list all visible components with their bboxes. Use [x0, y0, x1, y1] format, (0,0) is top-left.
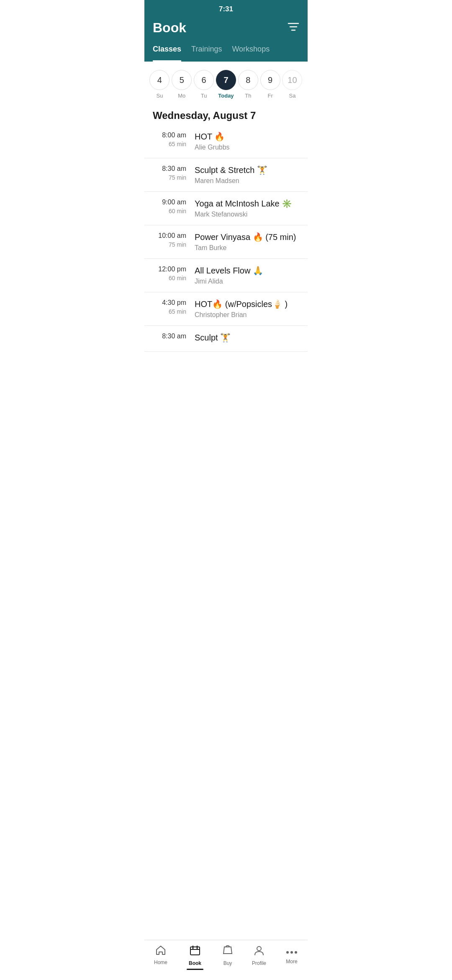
tab-bar: Classes Trainings Workshops [144, 41, 308, 62]
calendar-day-5[interactable]: 5 Mo [172, 70, 192, 99]
class-item-5[interactable]: 4:30 pm 65 min HOT🔥 (w/Popsicles🍦 ) Chri… [144, 292, 308, 326]
filter-icon[interactable] [288, 22, 299, 39]
day-label-7: Today [218, 93, 234, 99]
class-item-3[interactable]: 10:00 am 75 min Power Vinyasa 🔥 (75 min)… [144, 225, 308, 259]
tab-workshops[interactable]: Workshops [232, 41, 270, 62]
day-number-6: 6 [194, 70, 214, 90]
header: Book [144, 17, 308, 41]
main-content: 4 Su 5 Mo 6 Tu 7 Today 8 Th 9 Fr 10 Sa W… [144, 62, 308, 394]
day-label-8: Th [245, 93, 251, 99]
class-info-1: Sculpt & Stretch 🏋 Maren Madsen [195, 165, 299, 185]
calendar-day-7[interactable]: 7 Today [216, 70, 236, 99]
day-label-10: Sa [289, 93, 296, 99]
class-time-3: 10:00 am 75 min [153, 232, 195, 248]
class-info-6: Sculpt 🏋 [195, 333, 299, 345]
day-number-10: 10 [282, 70, 302, 90]
class-info-2: Yoga at McIntosh Lake ✳️ Mark Stefanowsk… [195, 199, 299, 218]
class-item-6[interactable]: 8:30 am Sculpt 🏋 [144, 326, 308, 352]
day-label-4: Su [156, 93, 163, 99]
day-label-6: Tu [201, 93, 207, 99]
class-item-0[interactable]: 8:00 am 65 min HOT 🔥 Alie Grubbs [144, 125, 308, 158]
date-heading: Wednesday, August 7 [144, 103, 308, 125]
class-item-4[interactable]: 12:00 pm 60 min All Levels Flow 🙏 Jimi A… [144, 259, 308, 292]
status-bar: 7:31 [144, 0, 308, 17]
class-info-4: All Levels Flow 🙏 Jimi Alida [195, 266, 299, 285]
class-time-2: 9:00 am 60 min [153, 199, 195, 214]
calendar-day-6[interactable]: 6 Tu [194, 70, 214, 99]
day-number-4: 4 [149, 70, 170, 90]
day-number-8: 8 [238, 70, 258, 90]
calendar-day-10[interactable]: 10 Sa [282, 70, 302, 99]
class-info-5: HOT🔥 (w/Popsicles🍦 ) Christopher Brian [195, 299, 299, 319]
calendar-day-8[interactable]: 8 Th [238, 70, 258, 99]
class-time-6: 8:30 am [153, 333, 195, 342]
tab-trainings[interactable]: Trainings [191, 41, 222, 62]
class-item-1[interactable]: 8:30 am 75 min Sculpt & Stretch 🏋 Maren … [144, 158, 308, 192]
day-label-9: Fr [268, 93, 273, 99]
day-label-5: Mo [178, 93, 185, 99]
page-title: Book [153, 20, 186, 41]
tab-classes[interactable]: Classes [153, 41, 181, 62]
class-info-0: HOT 🔥 Alie Grubbs [195, 132, 299, 151]
day-number-9: 9 [260, 70, 280, 90]
class-time-0: 8:00 am 65 min [153, 132, 195, 147]
day-number-7: 7 [216, 70, 236, 90]
class-time-5: 4:30 pm 65 min [153, 299, 195, 315]
calendar-strip: 4 Su 5 Mo 6 Tu 7 Today 8 Th 9 Fr 10 Sa [144, 62, 308, 103]
calendar-day-9[interactable]: 9 Fr [260, 70, 280, 99]
class-time-1: 8:30 am 75 min [153, 165, 195, 181]
day-number-5: 5 [172, 70, 192, 90]
class-info-3: Power Vinyasa 🔥 (75 min) Tam Burke [195, 232, 299, 252]
calendar-day-4[interactable]: 4 Su [149, 70, 170, 99]
class-item-2[interactable]: 9:00 am 60 min Yoga at McIntosh Lake ✳️ … [144, 192, 308, 225]
status-time: 7:31 [219, 5, 233, 13]
class-list: 8:00 am 65 min HOT 🔥 Alie Grubbs 8:30 am… [144, 125, 308, 352]
class-time-4: 12:00 pm 60 min [153, 266, 195, 281]
